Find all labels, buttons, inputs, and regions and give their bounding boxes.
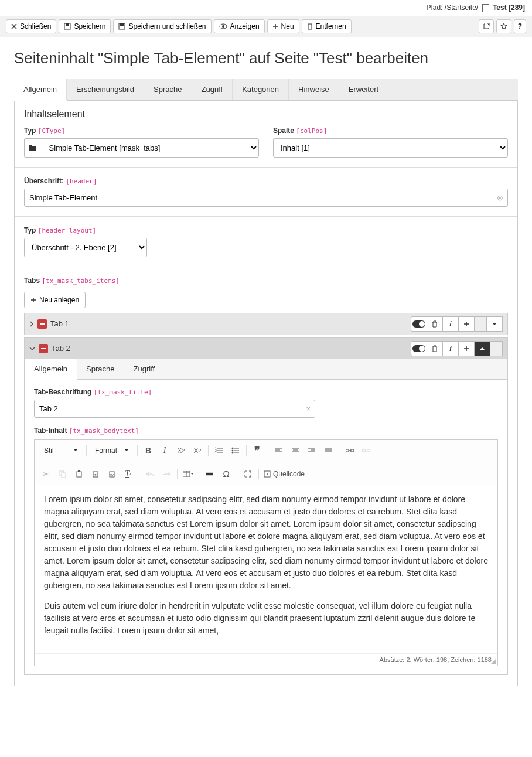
rte-cut-button[interactable]: ✂ xyxy=(40,468,52,480)
chevron-right-icon[interactable] xyxy=(29,321,34,327)
rte-superscript-button[interactable]: X2 xyxy=(192,445,203,456)
tab-general[interactable]: Allgemein xyxy=(14,79,67,101)
rte-maximize-button[interactable] xyxy=(242,468,254,480)
chevron-down-icon[interactable] xyxy=(29,346,35,351)
rte-hr-button[interactable] xyxy=(204,468,216,480)
tab-item-title[interactable]: Tab 1 xyxy=(50,319,69,328)
path-crumb[interactable]: /Startseite/ xyxy=(445,4,478,12)
rte-paragraph: Duis autem vel eum iriure dolor in hendr… xyxy=(44,600,488,637)
add-tab-button[interactable]: Neu anlegen xyxy=(24,292,86,308)
rte-unlink-button[interactable] xyxy=(360,445,372,456)
rte-bold-button[interactable]: B xyxy=(142,445,154,456)
path-page: Test xyxy=(493,4,507,12)
add-after-button[interactable] xyxy=(458,341,475,356)
save-close-button[interactable]: Speichern und schließen xyxy=(113,19,211,33)
tab-categories[interactable]: Kategorien xyxy=(233,79,289,100)
info-icon: i xyxy=(449,344,452,353)
inner-tab-language[interactable]: Sprache xyxy=(77,359,124,379)
rte-align-justify-button[interactable] xyxy=(322,445,334,456)
move-down-button[interactable] xyxy=(486,316,503,332)
svg-rect-19 xyxy=(77,472,81,477)
copy-icon xyxy=(59,470,66,478)
section-heading: Inhaltselement xyxy=(24,109,508,120)
tab-extended[interactable]: Erweitert xyxy=(339,79,388,100)
tab-notes[interactable]: Hinweise xyxy=(289,79,339,100)
svg-rect-15 xyxy=(362,449,366,452)
rte-italic-button[interactable]: I xyxy=(159,445,170,456)
header-clear-icon[interactable]: ⊗ xyxy=(497,193,503,202)
help-button[interactable]: ? xyxy=(514,19,526,33)
tab-item-1: Tab 1 i xyxy=(24,313,508,335)
header-input[interactable] xyxy=(24,189,508,207)
info-button[interactable]: i xyxy=(442,341,459,356)
rte-align-right-button[interactable] xyxy=(306,445,318,456)
rte-subscript-button[interactable]: X2 xyxy=(175,445,187,456)
save-button[interactable]: Speichern xyxy=(59,19,111,33)
paste-word-icon: W xyxy=(109,470,115,478)
rte-content-area[interactable]: Lorem ipsum dolor sit amet, consetetur s… xyxy=(35,485,497,653)
view-button[interactable]: Anzeigen xyxy=(214,19,265,33)
rte-word-count: Absätze: 2, Wörter: 198, Zeichen: 1188 xyxy=(380,656,492,663)
redo-icon xyxy=(162,471,170,477)
rte-quote-button[interactable]: ❞ xyxy=(251,445,263,456)
rte-undo-button[interactable] xyxy=(144,468,156,480)
inner-tab-general[interactable]: Allgemein xyxy=(25,359,77,380)
new-button[interactable]: Neu xyxy=(267,19,299,33)
rte-numbered-list-button[interactable]: 12 xyxy=(213,445,225,456)
rte-format-select[interactable]: Format xyxy=(91,445,132,456)
toggle-visibility-button[interactable] xyxy=(411,316,427,332)
page-icon xyxy=(482,4,489,12)
tab-item-title[interactable]: Tab 2 xyxy=(52,344,70,353)
align-right-icon xyxy=(308,448,315,453)
close-icon xyxy=(11,23,17,29)
rte-align-center-button[interactable] xyxy=(289,445,301,456)
type-wizard-button[interactable] xyxy=(24,138,42,158)
rte-source-button[interactable]: Quellcode xyxy=(264,468,305,480)
save-close-icon xyxy=(118,23,125,30)
inner-tab-access[interactable]: Zugriff xyxy=(124,359,165,379)
rte-paste-button[interactable] xyxy=(73,468,85,480)
rte-link-button[interactable] xyxy=(344,445,356,456)
column-select[interactable]: Inhalt [1] xyxy=(273,138,508,158)
rte-redo-button[interactable] xyxy=(161,468,172,480)
rte-paste-word-button[interactable]: W xyxy=(106,468,118,480)
svg-rect-3 xyxy=(120,23,124,26)
open-external-button[interactable] xyxy=(479,19,494,33)
rte-align-left-button[interactable] xyxy=(273,445,285,456)
bookmark-button[interactable] xyxy=(496,19,511,33)
rte-remove-format-button[interactable]: Tx xyxy=(122,468,134,480)
header-label: Überschrift: [header] xyxy=(24,177,508,185)
header-layout-select[interactable]: Überschrift - 2. Ebene [2] xyxy=(24,238,147,257)
delete-item-button[interactable] xyxy=(427,341,443,356)
rte-paste-text-button[interactable]: T xyxy=(90,468,101,480)
tab-language[interactable]: Sprache xyxy=(144,79,192,100)
tab-title-input[interactable] xyxy=(34,400,315,418)
align-justify-icon xyxy=(325,448,332,453)
rte-style-select[interactable]: Stil xyxy=(40,445,81,456)
rte-table-button[interactable] xyxy=(182,468,194,480)
ul-icon xyxy=(231,447,240,454)
rte-bullet-list-button[interactable] xyxy=(230,445,241,456)
toggle-visibility-button[interactable] xyxy=(411,341,427,356)
clear-input-button[interactable]: × xyxy=(306,404,311,413)
paste-text-icon: T xyxy=(93,470,98,478)
close-button[interactable]: Schließen xyxy=(6,19,56,33)
tab-appearance[interactable]: Erscheinungsbild xyxy=(67,79,144,100)
rte-special-char-button[interactable]: Ω xyxy=(220,468,232,480)
rte-status-bar: Absätze: 2, Wörter: 198, Zeichen: 1188 xyxy=(35,653,497,666)
move-down-button-disabled xyxy=(490,341,503,356)
svg-rect-20 xyxy=(78,470,80,472)
content-type-icon xyxy=(39,344,48,353)
add-after-button[interactable] xyxy=(458,316,475,332)
delete-button[interactable]: Entfernen xyxy=(302,19,352,33)
rte-copy-button[interactable] xyxy=(57,468,69,480)
resize-grip-icon[interactable] xyxy=(490,659,496,664)
info-button[interactable]: i xyxy=(442,316,459,332)
chevron-down-icon xyxy=(124,449,129,452)
type-select[interactable]: Simple Tab-Element [mask_tabs] xyxy=(42,138,259,158)
svg-text:T: T xyxy=(94,473,97,477)
move-up-button[interactable] xyxy=(474,341,490,356)
toggle-icon xyxy=(412,345,425,352)
tab-access[interactable]: Zugriff xyxy=(192,79,233,100)
delete-item-button[interactable] xyxy=(427,316,443,332)
